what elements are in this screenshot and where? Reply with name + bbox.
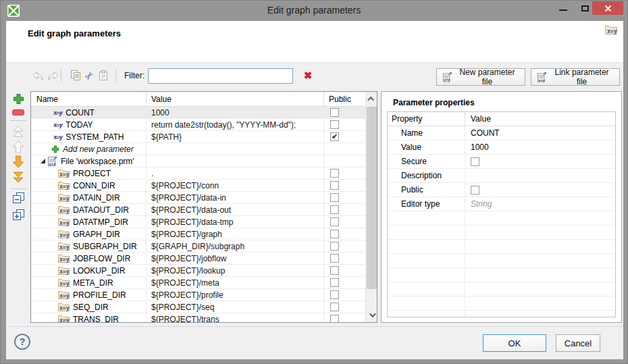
property-value-cell[interactable]: String — [465, 197, 615, 211]
file-parameter-icon: x=y — [58, 181, 70, 190]
scroll-up-button[interactable] — [366, 93, 377, 104]
property-value-cell[interactable] — [465, 183, 615, 197]
minimize-button[interactable] — [553, 1, 573, 16]
table-row[interactable]: x=yJOBFLOW_DIR${PROJECT}/jobflow — [31, 253, 365, 265]
move-down-button[interactable] — [11, 155, 26, 168]
property-row[interactable]: Secure — [388, 155, 615, 169]
public-checkbox[interactable] — [330, 278, 339, 287]
cancel-button[interactable]: Cancel — [556, 334, 600, 352]
public-checkbox[interactable] — [330, 193, 339, 202]
public-checkbox[interactable] — [330, 242, 339, 251]
public-checkbox[interactable] — [330, 169, 339, 178]
table-row[interactable]: x=yTRANS_DIR${PROJECT}/trans — [31, 313, 365, 322]
table-row[interactable]: x=y↗File 'workspace.prm' — [31, 155, 365, 167]
table-row[interactable]: x=yDATATMP_DIR${PROJECT}/data-tmp — [31, 216, 365, 228]
copy-button[interactable] — [69, 69, 82, 82]
red-x-icon: ✖ — [304, 70, 313, 81]
param-value: ${PROJECT}/jobflow — [151, 254, 226, 263]
table-row[interactable]: x=ySYSTEM_PATH${PATH}✔ — [31, 131, 365, 143]
svg-text:x=y: x=y — [59, 208, 70, 214]
property-value-cell[interactable]: COUNT — [465, 126, 615, 140]
double-chevron-down-icon — [12, 171, 24, 183]
property-checkbox[interactable] — [471, 186, 479, 194]
param-value-cell: ${PROJECT}/trans — [147, 313, 324, 322]
table-row[interactable]: x=yMETA_DIR${PROJECT}/meta — [31, 277, 365, 289]
close-button[interactable] — [592, 1, 623, 15]
prop-column-header-property: Property — [388, 112, 465, 126]
add-parameter-button[interactable] — [11, 93, 26, 105]
new-parameter-file-button[interactable]: x=y ↗ New parameter file — [436, 68, 525, 86]
move-top-button[interactable] — [11, 126, 26, 138]
table-row[interactable]: x=yCOUNT1000 — [31, 107, 365, 119]
column-header-value[interactable]: Value — [147, 92, 324, 106]
table-row[interactable]: Add new parameter — [31, 143, 365, 155]
param-public-cell — [324, 301, 365, 313]
undo-button[interactable] — [31, 69, 45, 82]
file-parameter-icon: x=y — [58, 242, 70, 251]
expand-all-button[interactable] — [11, 209, 26, 221]
public-checkbox[interactable]: ✔ — [330, 132, 339, 141]
minimize-icon — [559, 9, 567, 11]
param-value: ${PROJECT}/data-in — [151, 193, 226, 203]
link-parameter-file-button[interactable]: x=y ↗ Link parameter file — [531, 68, 620, 86]
public-checkbox[interactable] — [330, 290, 339, 299]
table-row[interactable]: x=ySUBGRAPH_DIR${GRAPH_DIR}/subgraph — [31, 240, 365, 253]
public-checkbox[interactable] — [330, 303, 339, 311]
new-parameter-file-icon: x=y ↗ — [443, 72, 452, 82]
param-value: ${PROJECT}/seq — [151, 303, 214, 312]
property-row[interactable]: NameCOUNT — [388, 126, 615, 140]
public-checkbox[interactable] — [330, 230, 339, 238]
table-row[interactable]: x=yGRAPH_DIR${PROJECT}/graph — [31, 228, 365, 240]
param-name-cell: x=yPROFILE_DIR — [31, 289, 147, 301]
filter-input[interactable] — [148, 68, 293, 84]
cut-button[interactable]: ✂ — [82, 69, 96, 82]
table-row[interactable]: x=yPROJECT. — [31, 167, 365, 180]
svg-text:x=y: x=y — [59, 244, 70, 251]
public-checkbox[interactable] — [330, 315, 339, 322]
public-checkbox[interactable] — [330, 266, 339, 275]
ok-button[interactable]: OK — [483, 334, 546, 352]
move-up-button[interactable] — [11, 140, 26, 153]
table-row[interactable]: x=yDATAIN_DIR${PROJECT}/data-in — [31, 192, 365, 204]
public-checkbox[interactable] — [330, 254, 339, 263]
public-checkbox[interactable] — [330, 181, 339, 190]
public-checkbox[interactable] — [330, 217, 339, 226]
table-row[interactable]: x=yTODAYreturn date2str(today(), "YYYY-M… — [31, 119, 365, 131]
property-value-cell[interactable] — [465, 169, 615, 182]
param-value: ${PROJECT}/trans — [151, 315, 219, 323]
scroll-thumb[interactable] — [367, 107, 377, 289]
remove-parameter-button[interactable] — [11, 109, 26, 115]
paste-button[interactable] — [97, 69, 110, 82]
move-bottom-button[interactable] — [11, 171, 26, 183]
copy-icon — [70, 70, 81, 81]
collapse-all-button[interactable] — [11, 192, 26, 204]
table-row[interactable]: x=yLOOKUP_DIR${PROJECT}/lookup — [31, 265, 365, 277]
table-row[interactable]: x=yDATAOUT_DIR${PROJECT}/data-out — [31, 204, 365, 216]
column-header-name[interactable]: Name — [31, 92, 147, 106]
add-parameter-icon — [51, 145, 59, 153]
table-row[interactable]: x=ySEQ_DIR${PROJECT}/seq — [31, 301, 365, 313]
column-header-public[interactable]: Public — [324, 92, 365, 106]
property-row[interactable]: Public — [388, 183, 615, 197]
property-row[interactable]: Description — [388, 169, 615, 183]
toolbar: ✂ Filter: ✖ x=y ↗ New para — [6, 63, 623, 88]
property-value-cell[interactable]: 1000 — [465, 140, 615, 154]
property-value-cell[interactable] — [465, 155, 615, 168]
clear-filter-button[interactable]: ✖ — [301, 69, 315, 82]
redo-button[interactable] — [46, 69, 59, 82]
param-name: Add new parameter — [63, 145, 134, 154]
param-name: TRANS_DIR — [73, 315, 119, 323]
property-row[interactable]: Value1000 — [388, 140, 615, 155]
public-checkbox[interactable] — [330, 120, 339, 129]
table-row[interactable]: x=yPROFILE_DIR${PROJECT}/profile — [31, 289, 365, 301]
property-row[interactable]: Editor typeString — [388, 197, 615, 211]
scroll-down-button[interactable] — [366, 309, 377, 320]
public-checkbox[interactable] — [330, 205, 339, 214]
property-row-empty — [388, 282, 615, 296]
window-titlebar[interactable]: Edit graph parameters — [1, 1, 627, 21]
public-checkbox[interactable] — [330, 108, 339, 117]
property-checkbox[interactable] — [471, 157, 479, 166]
expand-toggle-icon[interactable] — [41, 159, 45, 163]
table-row[interactable]: x=yCONN_DIR${PROJECT}/conn — [31, 180, 365, 192]
help-button[interactable]: ? — [14, 334, 30, 350]
